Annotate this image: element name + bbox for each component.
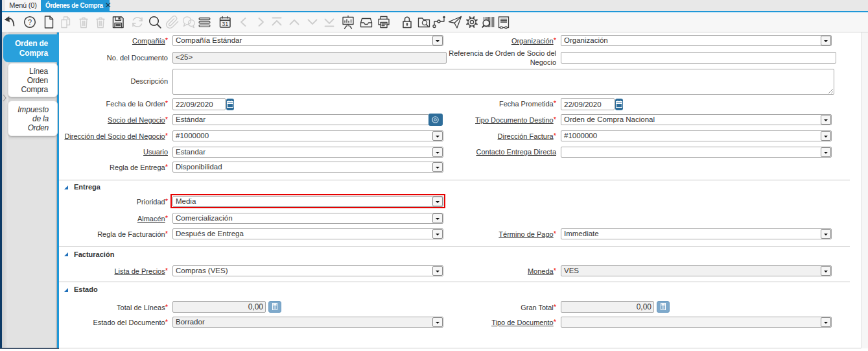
svg-text:31: 31 bbox=[222, 21, 228, 27]
svg-text:?: ? bbox=[28, 18, 32, 26]
